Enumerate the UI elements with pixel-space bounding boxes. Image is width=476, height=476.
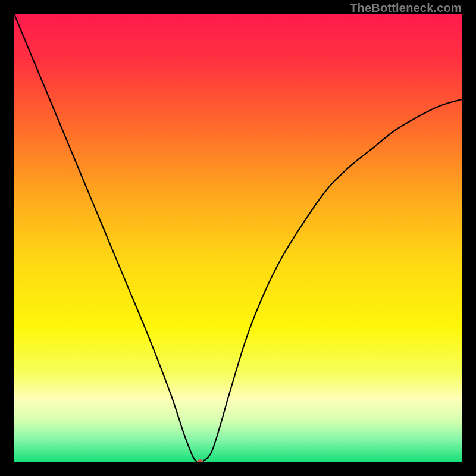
chart-plot-area	[14, 14, 462, 462]
gradient-background	[14, 14, 462, 462]
chart-frame: TheBottleneck.com	[0, 0, 476, 476]
attribution-text: TheBottleneck.com	[350, 1, 462, 15]
chart-svg	[14, 14, 462, 462]
